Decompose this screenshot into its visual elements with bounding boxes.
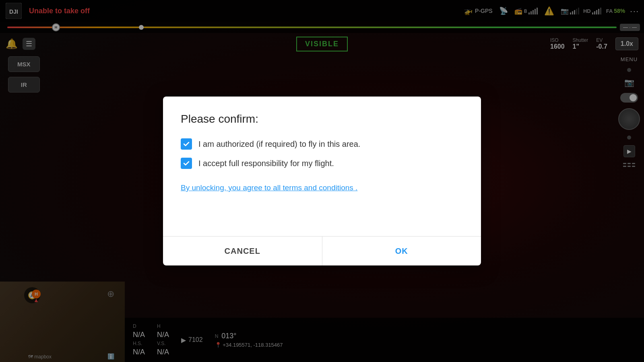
checkbox-2[interactable] xyxy=(181,158,192,169)
checkmark-1-icon xyxy=(183,140,190,148)
checkbox-row-1[interactable]: I am authorized (if required) to fly in … xyxy=(181,138,463,150)
modal-overlay: Please confirm: I am authorized (if requ… xyxy=(0,0,644,362)
checkbox-1[interactable] xyxy=(181,138,192,150)
confirm-modal: Please confirm: I am authorized (if requ… xyxy=(163,97,481,265)
checkmark-2-icon xyxy=(183,160,190,167)
checkbox-1-label: I am authorized (if required) to fly in … xyxy=(198,140,360,149)
terms-link[interactable]: By unlocking, you agree to all terms and… xyxy=(181,183,357,192)
checkbox-2-label: I accept full responsibility for my flig… xyxy=(198,159,334,168)
ok-button[interactable]: OK xyxy=(322,237,481,265)
checkbox-row-2[interactable]: I accept full responsibility for my flig… xyxy=(181,158,463,169)
modal-title: Please confirm: xyxy=(181,113,463,125)
modal-body: Please confirm: I am authorized (if requ… xyxy=(163,97,481,236)
cancel-button[interactable]: CANCEL xyxy=(163,237,322,265)
modal-footer: CANCEL OK xyxy=(163,237,481,265)
